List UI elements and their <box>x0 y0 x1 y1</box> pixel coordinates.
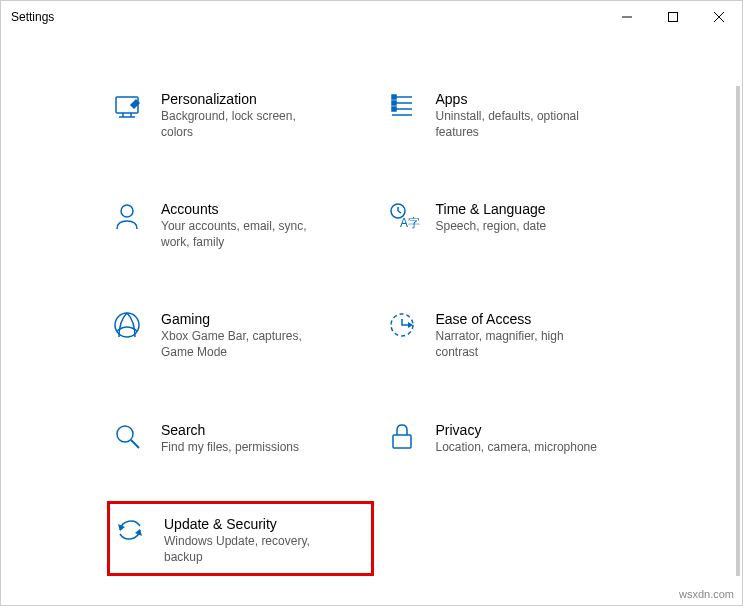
watermark: wsxdn.com <box>679 588 734 600</box>
category-desc: Find my files, permissions <box>161 440 299 456</box>
category-desc: Windows Update, recovery, backup <box>164 534 334 565</box>
category-personalization[interactable]: Personalization Background, lock screen,… <box>113 88 368 143</box>
category-text: Time & Language Speech, region, date <box>436 201 547 235</box>
window-title: Settings <box>11 10 54 24</box>
category-text: Personalization Background, lock screen,… <box>161 91 331 140</box>
category-title: Search <box>161 422 299 438</box>
svg-rect-14 <box>392 107 396 111</box>
svg-line-24 <box>131 440 139 448</box>
category-accounts[interactable]: Accounts Your accounts, email, sync, wor… <box>113 198 368 253</box>
category-text: Accounts Your accounts, email, sync, wor… <box>161 201 331 250</box>
category-desc: Your accounts, email, sync, work, family <box>161 219 331 250</box>
category-title: Gaming <box>161 311 331 327</box>
update-security-icon <box>116 516 164 548</box>
close-icon <box>714 12 724 22</box>
svg-point-23 <box>117 426 133 442</box>
category-text: Search Find my files, permissions <box>161 422 299 456</box>
minimize-icon <box>622 12 632 22</box>
category-text: Gaming Xbox Game Bar, captures, Game Mod… <box>161 311 331 360</box>
privacy-icon <box>388 422 436 454</box>
category-title: Ease of Access <box>436 311 606 327</box>
close-button[interactable] <box>696 1 742 33</box>
category-desc: Uninstall, defaults, optional features <box>436 109 606 140</box>
minimize-button[interactable] <box>604 1 650 33</box>
category-desc: Narrator, magnifier, high contrast <box>436 329 606 360</box>
category-desc: Location, camera, microphone <box>436 440 597 456</box>
svg-line-18 <box>398 211 401 213</box>
svg-rect-12 <box>392 95 396 99</box>
category-text: Update & Security Windows Update, recove… <box>164 516 334 565</box>
category-title: Time & Language <box>436 201 547 217</box>
titlebar: Settings <box>1 1 742 33</box>
category-title: Accounts <box>161 201 331 217</box>
accounts-icon <box>113 201 161 233</box>
svg-rect-13 <box>392 101 396 105</box>
search-icon <box>113 422 161 454</box>
gaming-icon <box>113 311 161 343</box>
category-title: Privacy <box>436 422 597 438</box>
scrollbar[interactable] <box>736 86 740 576</box>
personalization-icon <box>113 91 161 123</box>
category-text: Ease of Access Narrator, magnifier, high… <box>436 311 606 360</box>
category-update-security[interactable]: Update & Security Windows Update, recove… <box>116 516 365 565</box>
time-language-icon: A字 <box>388 201 436 233</box>
apps-icon <box>388 91 436 123</box>
svg-point-15 <box>121 205 133 217</box>
highlighted-category: Update & Security Windows Update, recove… <box>107 501 374 576</box>
ease-of-access-icon <box>388 311 436 343</box>
maximize-button[interactable] <box>650 1 696 33</box>
category-title: Update & Security <box>164 516 334 532</box>
settings-grid: Personalization Background, lock screen,… <box>1 33 742 568</box>
category-desc: Background, lock screen, colors <box>161 109 331 140</box>
category-text: Apps Uninstall, defaults, optional featu… <box>436 91 606 140</box>
category-apps[interactable]: Apps Uninstall, defaults, optional featu… <box>388 88 643 143</box>
category-ease-of-access[interactable]: Ease of Access Narrator, magnifier, high… <box>388 308 643 363</box>
window-controls <box>604 1 742 33</box>
category-title: Personalization <box>161 91 331 107</box>
category-search[interactable]: Search Find my files, permissions <box>113 419 368 459</box>
category-desc: Speech, region, date <box>436 219 547 235</box>
svg-rect-1 <box>669 13 678 22</box>
category-title: Apps <box>436 91 606 107</box>
category-desc: Xbox Game Bar, captures, Game Mode <box>161 329 331 360</box>
category-time-language[interactable]: A字 Time & Language Speech, region, date <box>388 198 643 253</box>
svg-rect-25 <box>393 435 411 448</box>
maximize-icon <box>668 12 678 22</box>
svg-text:A字: A字 <box>400 216 420 230</box>
category-gaming[interactable]: Gaming Xbox Game Bar, captures, Game Mod… <box>113 308 368 363</box>
category-privacy[interactable]: Privacy Location, camera, microphone <box>388 419 643 459</box>
category-text: Privacy Location, camera, microphone <box>436 422 597 456</box>
